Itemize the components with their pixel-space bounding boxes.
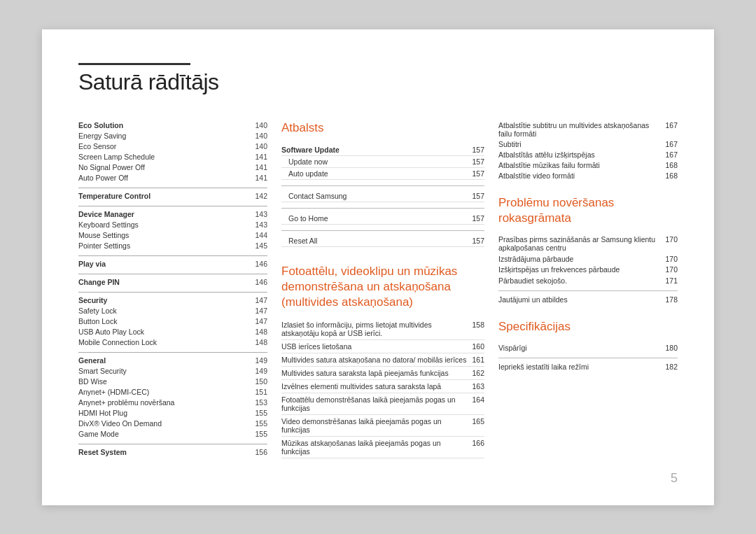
right-label: Izšķirtspējas un frekvences pārbaude [498,265,665,274]
mid-label: Izvēlnes elementi multivides satura sara… [281,382,472,391]
mid-entry: Multivides satura saraksta lapā pieejamā… [281,367,484,380]
mid-page-num: 157 [472,192,484,200]
right-column: Atbalstītie subtitru un multivides atska… [498,120,678,458]
toc-divider [78,188,267,188]
right-page-num: 170 [665,235,678,244]
right-entry: Iepriekš iestatīti laika režīmi182 [498,362,678,372]
right-page-num: 180 [665,344,678,352]
mid-entry: Fotoattēlu demonstrēšanas laikā pieejamā… [281,393,484,415]
toc-label: Reset System [78,448,251,456]
right-label: Atbalstītās attēlu izšķirtspējas [498,150,665,159]
toc-page-num: 141 [255,153,267,161]
right-entry: Atbalstītie mūzikas failu formāti168 [498,160,678,171]
right-entry: Jautājumi un atbildes178 [498,295,678,305]
mid-page-num: 157 [472,157,484,166]
media-heading: Fotoattēlu, videoklipu un mūzikas demons… [281,264,484,310]
toc-entry: Mouse Settings144 [78,230,267,241]
right-entry: Atbalstītās attēlu izšķirtspējas167 [498,150,678,160]
toc-page-num: 141 [255,174,267,182]
content-columns: Eco Solution140Energy Saving140Eco Senso… [78,120,678,458]
mid-page-num: 158 [472,321,484,329]
mid-label: Fotoattēlu demonstrēšanas laikā pieejamā… [281,395,472,412]
mid-page-num: 165 [472,417,484,426]
mid-page-num: 164 [472,395,484,404]
right-page-num: 167 [665,150,678,159]
mid-label: Software Update [281,146,468,154]
mid-label: Go to Home [281,214,468,223]
right-page-num: 167 [665,121,678,129]
toc-divider [78,444,267,444]
toc-label: Safety Lock [78,307,251,315]
toc-label: Security [78,296,251,304]
toc-label: Auto Power Off [78,174,251,182]
toc-label: DivX® Video On Demand [78,419,251,428]
right-page-num: 178 [665,295,678,304]
right-page-num: 171 [665,276,678,285]
right-page-num: 170 [665,255,678,263]
right-label: Atbalstītie mūzikas failu formāti [498,161,665,169]
toc-divider [78,274,267,274]
toc-entry: Reset System156 [78,447,267,458]
mid-page-num: 157 [472,146,484,154]
right-page-num: 168 [665,161,678,169]
toc-label: USB Auto Play Lock [78,328,251,336]
toc-entry: Eco Solution140 [78,120,267,131]
right-entry: Subtitri167 [498,139,678,150]
mid-page-num: 157 [472,169,484,178]
mid-entry: Update now157 [281,156,484,168]
right-divider [498,290,678,291]
toc-entry: BD Wise150 [78,377,267,387]
problems-heading: Problēmu novēršanas rokasgrāmata [498,195,678,226]
mid-label: Multivides satura saraksta lapā pieejamā… [281,369,472,377]
toc-label: Keyboard Settings [78,220,251,229]
toc-entry: Smart Security149 [78,366,267,377]
toc-label: Energy Saving [78,132,251,140]
toc-entry: Play via146 [78,259,267,269]
right-entry: Izstrādājuma pārbaude170 [498,253,678,265]
toc-divider [78,292,267,293]
right-label: Pārbaudiet sekojošo. [498,276,665,285]
toc-entry: Safety Lock147 [78,306,267,316]
right-divider [498,358,678,358]
toc-page-num: 151 [255,388,267,396]
toc-page-num: 141 [255,163,267,171]
mid-entry: Video demonstrēšanas laikā pieejamās pog… [281,415,484,437]
right-label: Jautājumi un atbildes [498,295,665,304]
toc-label: Anynet+ (HDMI-CEC) [78,388,251,396]
toc-label: Eco Sensor [78,142,251,150]
mid-page-num: 161 [472,356,484,364]
mid-entry: Izlasiet šo informāciju, pirms lietojat … [281,318,484,340]
toc-label: HDMI Hot Plug [78,409,251,417]
right-entry: Izšķirtspējas un frekvences pārbaude170 [498,265,678,276]
toc-entry: Change PIN146 [78,277,267,288]
toc-page-num: 140 [255,121,267,129]
mid-page-num: 163 [472,382,484,391]
toc-entry: Anynet+ problēmu novēršana153 [78,398,267,408]
right-entry: Atbalstītie subtitru un multivides atska… [498,120,678,139]
toc-label: Change PIN [78,278,251,286]
right-label: Atbalstītie video formāti [498,171,665,180]
toc-page-num: 144 [255,231,267,239]
page-number: 5 [671,471,678,486]
atbalsts-heading: Atbalsts [281,120,484,136]
mid-label: Mūzikas atskaņošanas laikā pieejamās pog… [281,439,472,456]
toc-divider [78,352,267,353]
right-label: Vispārīgi [498,344,665,352]
page-title: Saturā rādītājs [78,69,678,95]
toc-page-num: 155 [255,430,267,438]
right-label: Iepriekš iestatīti laika režīmi [498,363,665,371]
toc-page-num: 143 [255,210,267,218]
toc-entry: Anynet+ (HDMI-CEC)151 [78,387,267,398]
toc-page-num: 148 [255,338,267,346]
mid-entry: Software Update157 [281,144,484,156]
toc-label: Smart Security [78,367,251,375]
mid-label: Izlasiet šo informāciju, pirms lietojat … [281,321,472,337]
mid-entry: Reset All157 [281,235,484,247]
toc-label: Anynet+ problēmu novēršana [78,398,251,407]
mid-entry: Mūzikas atskaņošanas laikā pieejamās pog… [281,437,484,458]
toc-entry: Auto Power Off141 [78,173,267,183]
mid-page-num: 157 [472,214,484,223]
right-entry: Vispārīgi180 [498,343,678,353]
toc-label: Button Lock [78,317,251,325]
mid-label: Auto update [281,169,468,178]
